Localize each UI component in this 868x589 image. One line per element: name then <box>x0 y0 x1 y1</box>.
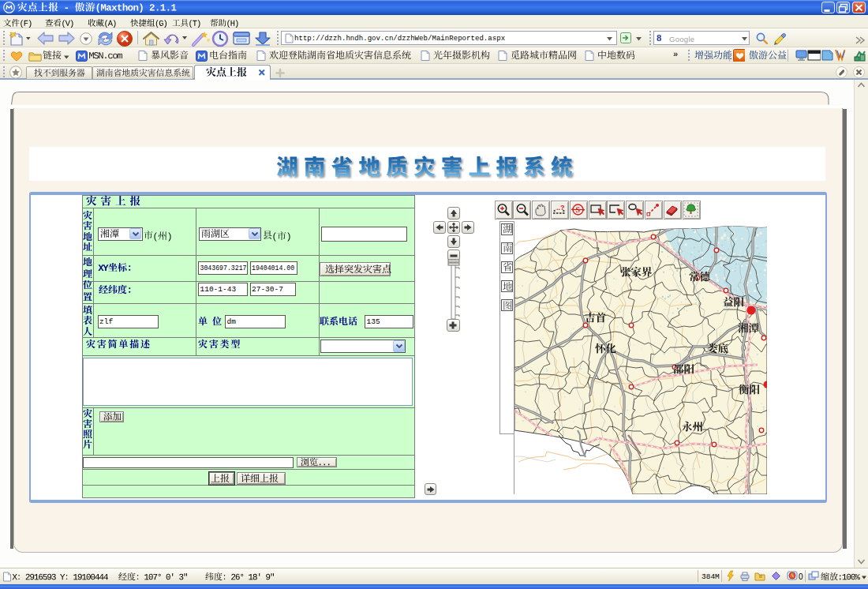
svg-text:..?: ..? <box>556 204 565 212</box>
